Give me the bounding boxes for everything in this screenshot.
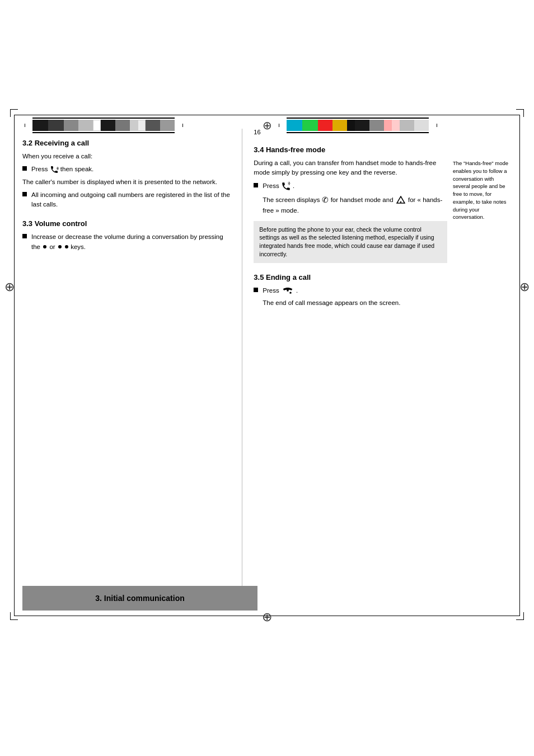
bullet-square-1 [22, 166, 27, 171]
section-35-para1: The end of call message appears on the s… [263, 298, 512, 308]
tick-top-r2 [437, 124, 437, 127]
phone-icon-1 [50, 165, 59, 174]
dot-icon-2 [58, 245, 62, 248]
section-33-bullet1: Increase or decrease the volume during a… [22, 232, 231, 252]
corner-tick-tl-h [10, 109, 18, 110]
press-text-2: Press [263, 182, 279, 189]
left-bar-ticks [20, 124, 30, 127]
volume-text: Increase or decrease the volume during a… [31, 232, 231, 252]
bullet-square-4 [254, 183, 258, 187]
corner-tick-br-v [523, 612, 524, 620]
svg-point-1 [400, 201, 401, 203]
bullet5-text: Press . [263, 286, 298, 295]
right-bar-ticks-left [177, 124, 188, 127]
bullet2-text: All incoming and outgoing call numbers a… [31, 190, 231, 210]
left-column: 3.2 Receiving a call When you receive a … [22, 129, 242, 608]
section-34-sidebar: The "Hands-free" mode enables you to fol… [453, 159, 512, 221]
section-32-para1: The caller's number is displayed when it… [22, 177, 231, 187]
dot-icon-3 [65, 245, 68, 248]
corner-tick-tr-h [516, 109, 524, 110]
period-after-icon: . [293, 182, 294, 189]
section-32-bullet1: Press then speak. [22, 165, 231, 174]
end-call-icon [282, 286, 293, 295]
corner-tick-br-h [516, 619, 524, 620]
dot-icon-1 [43, 245, 46, 248]
footer-band-text: 3. Initial communication [34, 594, 246, 603]
section-35-bullet1: Press . [254, 286, 512, 295]
section-32-intro: When you receive a call: [22, 152, 231, 161]
section-35: 3.5 Ending a call Press . [254, 273, 512, 308]
corner-tick-bl-v [10, 612, 11, 620]
page-border-right [519, 115, 520, 616]
section-32: 3.2 Receiving a call When you receive a … [22, 139, 231, 209]
bullet-square-3 [22, 234, 27, 238]
color-bars-row: ⊕ [0, 0, 534, 133]
handset-mode-icon: ✆ [322, 195, 331, 204]
handsfree-mode-icon [396, 196, 405, 204]
section-32-heading: 3.2 Receiving a call [22, 139, 231, 147]
right-bar-tick-left [274, 124, 284, 127]
reg-mark-left-mid: ⊕ [4, 280, 15, 294]
page: ⊕ ⊕ [0, 0, 534, 756]
bottom-crosshair: ⊕ [262, 610, 272, 624]
bullet4-text: Press . [263, 181, 294, 191]
then-speak-text: then speak. [60, 166, 93, 172]
corner-tick-tr-v [523, 109, 524, 117]
section-34-intro: During a call, you can transfer from han… [254, 158, 447, 178]
screen-text-2: for handset mode and [331, 196, 394, 203]
content-area: 3.2 Receiving a call When you receive a … [22, 129, 512, 608]
corner-tick-bl-h [10, 619, 18, 620]
bullet-square-5 [254, 288, 258, 292]
screen-display-text: The screen displays ✆ for handset mode a… [263, 194, 447, 215]
page-border-left [14, 115, 15, 616]
section-35-heading: 3.5 Ending a call [254, 273, 512, 281]
tick-top-r [182, 124, 183, 127]
crosshair-right: ⊕ [519, 280, 530, 294]
press-text-1: Press [31, 166, 48, 172]
right-column: 16 3.4 Hands-free mode The "Hands-free" … [242, 129, 512, 608]
section-34-bullet1: Press . [254, 181, 447, 191]
section-33: 3.3 Volume control Increase or decrease … [22, 219, 231, 252]
crosshair-left: ⊕ [4, 280, 15, 294]
bottom-reg-mark: ⊕ [262, 610, 272, 624]
two-column-layout: 3.2 Receiving a call When you receive a … [22, 129, 512, 608]
warning-box: Before putting the phone to your ear, ch… [254, 221, 447, 263]
bullet1-text: Press then speak. [31, 165, 93, 174]
screen-text-1: The screen displays [263, 196, 320, 203]
section-33-heading: 3.3 Volume control [22, 219, 231, 228]
tick-top-l2 [279, 124, 279, 127]
section-34: 3.4 Hands-free mode The "Hands-free" mod… [254, 145, 512, 263]
svg-point-2 [289, 292, 291, 294]
handsfree-icon-1 [281, 181, 291, 191]
right-bar-tick-right [432, 124, 442, 127]
corner-tick-tl-v [10, 109, 11, 117]
page-border-top [14, 115, 520, 115]
reg-mark-right-mid: ⊕ [519, 280, 530, 294]
section-32-bullet2: All incoming and outgoing call numbers a… [22, 190, 231, 210]
press-text-3: Press [263, 287, 279, 294]
section-34-heading: 3.4 Hands-free mode [254, 145, 512, 154]
tick-top [25, 124, 25, 127]
end-call-period: . [296, 287, 298, 294]
footer-band: 3. Initial communication [22, 586, 257, 611]
bullet-square-2 [22, 192, 27, 196]
page-number: 16 [254, 129, 512, 135]
